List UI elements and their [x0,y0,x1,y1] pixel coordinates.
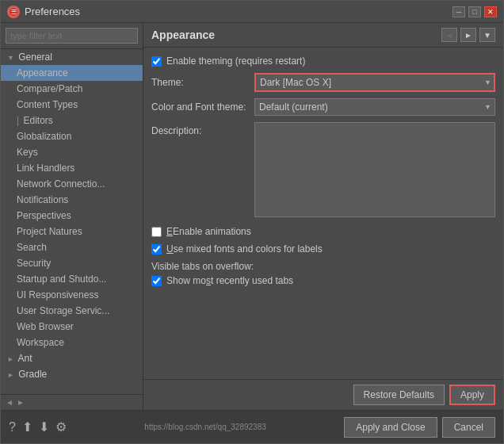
description-row: Description: [151,122,495,220]
apply-button[interactable]: Apply [449,385,495,405]
title-bar: ☰ Preferences ─ □ ✕ [1,1,503,23]
tree-item-startup[interactable]: Startup and Shutdo... [1,271,143,287]
minimize-button[interactable]: ─ [452,6,465,17]
color-font-label: Color and Font theme: [151,101,254,113]
description-textarea[interactable] [254,122,495,217]
nav-dropdown-button[interactable]: ▼ [479,28,495,42]
filter-box [1,23,143,49]
tree-item-ui-responsiveness[interactable]: UI Responsiveness [1,287,143,303]
nav-back-button[interactable]: ◄ [441,28,457,42]
tree-container[interactable]: ▼ General Appearance Compare/Patch Conte… [1,49,143,394]
bottom-right-buttons: Apply and Close Cancel [344,417,495,438]
tree-item-general[interactable]: ▼ General [1,49,143,65]
tree-item-keys[interactable]: Keys [1,144,143,160]
tree-item-editors[interactable]: | Editors [1,113,143,128]
url-bar: https://blog.csdn.net/qq_32892383 [67,423,344,431]
maximize-button[interactable]: □ [468,6,481,17]
theme-select[interactable]: Dark [Mac OS X] Classic Light [254,73,495,92]
color-font-row: Color and Font theme: Default (current) … [151,98,495,116]
expand-icon-gradle: ► [7,371,14,379]
preferences-window: ☰ Preferences ─ □ ✕ ▼ General Appearance… [0,0,504,444]
expand-icon: ▼ [7,54,14,62]
description-label: Description: [151,122,254,136]
apply-close-button[interactable]: Apply and Close [344,417,437,438]
right-panel: Appearance ◄ ► ▼ Enable theming (require… [143,23,503,410]
enable-theming-checkbox[interactable] [151,56,162,67]
visible-tabs-label: Visible tabs on overflow: [151,261,254,272]
bottom-left-icons: ? ⬆ ⬇ ⚙ [9,419,67,434]
close-button[interactable]: ✕ [484,6,497,17]
scroll-right-icon[interactable]: ► [15,398,26,407]
panel-footer: Restore Defaults Apply [143,379,503,410]
mixed-fonts-checkbox[interactable] [151,244,162,255]
window-controls: ─ □ ✕ [452,6,497,17]
help-icon[interactable]: ? [9,420,16,434]
export-icon[interactable]: ⬆ [22,419,32,434]
settings-icon[interactable]: ⚙ [55,419,67,434]
main-content: ▼ General Appearance Compare/Patch Conte… [1,23,503,410]
visible-tabs-section: Visible tabs on overflow: [151,261,495,272]
theme-row: Theme: Dark [Mac OS X] Classic Light [151,73,495,92]
mixed-fonts-label[interactable]: Use mixed fonts and colors for labels [166,243,323,255]
tree-item-globalization[interactable]: Globalization [1,128,143,144]
color-font-select-wrapper: Default (current) Dark Light [254,98,495,116]
tree-item-network[interactable]: Network Connectio... [1,176,143,192]
tree-item-link-handlers[interactable]: Link Handlers [1,160,143,176]
tree-item-web-browser[interactable]: Web Browser [1,319,143,335]
tree-item-gradle[interactable]: ► Gradle [1,366,143,382]
enable-theming-label[interactable]: Enable theming (requires restart) [166,56,305,67]
sidebar: ▼ General Appearance Compare/Patch Conte… [1,23,143,410]
tree-item-appearance[interactable]: Appearance [1,65,143,81]
sidebar-bottom: ◄ ► [1,394,143,410]
theme-select-wrapper: Dark [Mac OS X] Classic Light [254,73,495,92]
tree-item-ant[interactable]: ► Ant [1,350,143,366]
enable-theming-row: Enable theming (requires restart) [151,56,495,67]
color-font-select[interactable]: Default (current) Dark Light [254,98,495,116]
panel-nav: ◄ ► ▼ [441,28,495,42]
import-icon[interactable]: ⬇ [39,419,49,434]
recent-tabs-label[interactable]: Show most recently used tabs [166,275,293,286]
enable-animations-label[interactable]: EEnable animations [166,226,251,237]
svg-text:☰: ☰ [11,9,17,16]
tree-item-search[interactable]: Search [1,239,143,255]
tree-item-user-storage[interactable]: User Storage Servic... [1,303,143,319]
enable-animations-checkbox[interactable] [151,227,162,237]
filter-input[interactable] [6,28,138,44]
tree-item-project-natures[interactable]: Project Natures [1,224,143,239]
tree-item-security[interactable]: Security [1,255,143,271]
theme-label: Theme: [151,77,254,88]
description-wrapper [254,122,495,220]
scroll-left-icon[interactable]: ◄ [4,398,15,407]
tree-item-notifications[interactable]: Notifications [1,192,143,208]
tree-item-perspectives[interactable]: Perspectives [1,208,143,224]
app-icon: ☰ [7,6,20,18]
bottom-bar: ? ⬆ ⬇ ⚙ https://blog.csdn.net/qq_3289238… [1,410,503,443]
tree-item-content-types[interactable]: Content Types [1,97,143,113]
recent-tabs-checkbox[interactable] [151,276,162,286]
mixed-fonts-row: Use mixed fonts and colors for labels [151,243,495,255]
window-title: Preferences [25,6,80,17]
nav-forward-button[interactable]: ► [460,28,476,42]
recent-tabs-row: Show most recently used tabs [151,275,495,286]
title-bar-left: ☰ Preferences [7,6,80,18]
expand-icon-ant: ► [7,355,14,363]
panel-header: Appearance ◄ ► ▼ [143,23,503,48]
cancel-button[interactable]: Cancel [442,417,495,438]
animations-row: EEnable animations [151,226,495,237]
panel-title: Appearance [151,29,215,41]
tree-item-compare-patch[interactable]: Compare/Patch [1,81,143,97]
panel-body: Enable theming (requires restart) Theme:… [143,48,503,379]
tree-item-workspace[interactable]: Workspace [1,335,143,350]
restore-defaults-button[interactable]: Restore Defaults [353,385,445,405]
